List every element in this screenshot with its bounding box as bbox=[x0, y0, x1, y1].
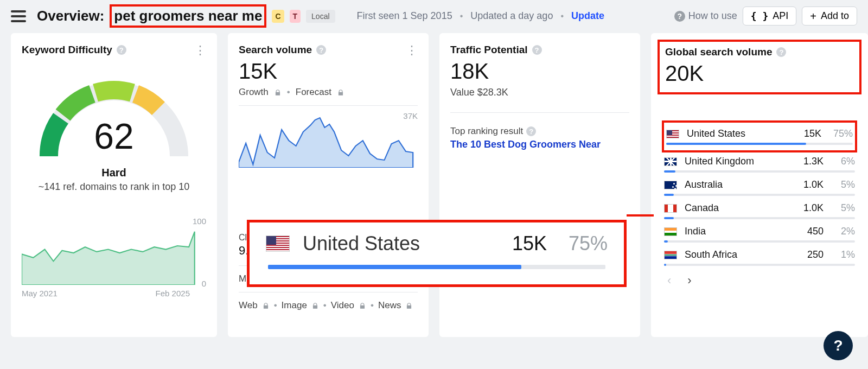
top-country-highlight: United States 15K 75% bbox=[662, 120, 857, 152]
country-row[interactable]: Australia 1.0K 5% bbox=[662, 176, 857, 194]
country-row[interactable]: Canada 1.0K 5% bbox=[662, 199, 857, 217]
chevron-right-icon[interactable]: › bbox=[687, 273, 691, 288]
country-row[interactable]: India 450 2% bbox=[662, 222, 857, 240]
tp-title: Traffic Potential bbox=[450, 44, 528, 56]
gv-value: 20K bbox=[665, 61, 854, 86]
kd-score: 62 bbox=[33, 116, 195, 157]
country-row[interactable]: United Kingdom 1.3K 6% bbox=[662, 152, 857, 170]
kd-title: Keyword Difficulty bbox=[22, 44, 112, 56]
help-icon[interactable]: ? bbox=[532, 45, 542, 55]
lock-icon bbox=[274, 88, 282, 96]
country-callout: United States 15K 75% bbox=[247, 220, 627, 287]
add-to-button[interactable]: + Add to bbox=[802, 7, 857, 26]
country-pager: ‹ › bbox=[662, 273, 857, 288]
header-bar: Overview: pet groomers near me C T Local… bbox=[0, 0, 868, 33]
kd-gauge: 62 bbox=[33, 72, 195, 170]
api-button[interactable]: { } API bbox=[743, 7, 797, 26]
tag-local[interactable]: Local bbox=[306, 10, 335, 23]
how-to-use-link[interactable]: ? How to use bbox=[674, 10, 737, 22]
kd-trend-chart: 100 0 May 2021 Feb 2025 bbox=[22, 220, 206, 285]
update-link[interactable]: Update bbox=[571, 10, 604, 22]
keyword-text: pet groomers near me bbox=[110, 4, 266, 28]
help-icon: ? bbox=[674, 11, 685, 22]
flag-icon bbox=[666, 130, 679, 138]
lock-icon bbox=[337, 88, 344, 96]
tp-value: 18K bbox=[450, 59, 629, 84]
lock-icon bbox=[359, 302, 366, 309]
kebab-icon[interactable]: ⋮ bbox=[406, 47, 418, 53]
lock-icon bbox=[405, 302, 413, 309]
keyword-difficulty-card: Keyword Difficulty ? ⋮ 62 Hard ~141 ref.… bbox=[11, 33, 217, 337]
help-icon[interactable]: ? bbox=[776, 47, 786, 57]
first-seen: First seen 1 Sep 2015 bbox=[357, 10, 452, 22]
country-row[interactable]: United States 15K 75% bbox=[664, 125, 855, 143]
sv-title: Search volume bbox=[239, 44, 312, 56]
flag-icon bbox=[664, 181, 677, 189]
flag-icon bbox=[664, 251, 677, 259]
global-volume-card: Global search volume ? 20K United States… bbox=[651, 33, 868, 337]
top-ranking-link[interactable]: The 10 Best Dog Groomers Near bbox=[450, 139, 629, 150]
lock-icon bbox=[311, 302, 319, 309]
plus-icon: + bbox=[810, 11, 816, 22]
traffic-potential-card: Traffic Potential ? 18K Value $28.3K Top… bbox=[439, 33, 640, 337]
overview-label: Overview: bbox=[37, 8, 104, 24]
sv-value: 15K bbox=[239, 59, 418, 84]
country-row[interactable]: South Africa 250 1% bbox=[662, 246, 857, 264]
callout-connector bbox=[627, 214, 654, 217]
gv-title: Global search volume bbox=[665, 46, 772, 58]
help-fab[interactable]: ? bbox=[824, 331, 853, 360]
tag-t[interactable]: T bbox=[290, 10, 301, 23]
forecast-label: Forecast bbox=[296, 87, 331, 98]
flag-icon bbox=[664, 204, 677, 213]
flag-icon bbox=[664, 227, 677, 236]
updated-text: Updated a day ago bbox=[470, 10, 553, 22]
tag-c[interactable]: C bbox=[272, 10, 284, 23]
help-icon[interactable]: ? bbox=[526, 126, 536, 136]
flag-icon bbox=[266, 236, 290, 252]
kd-subtext: ~141 ref. domains to rank in top 10 bbox=[22, 181, 206, 193]
lock-icon bbox=[262, 302, 270, 309]
help-icon[interactable]: ? bbox=[117, 45, 126, 55]
chevron-left-icon: ‹ bbox=[667, 273, 671, 288]
kebab-icon[interactable]: ⋮ bbox=[194, 47, 206, 53]
braces-icon: { } bbox=[751, 10, 769, 22]
tp-value-line: Value $28.3K bbox=[450, 87, 629, 98]
growth-label: Growth bbox=[239, 87, 269, 98]
menu-icon[interactable] bbox=[11, 10, 26, 22]
help-icon[interactable]: ? bbox=[316, 45, 326, 55]
sv-trend-chart: 37K bbox=[239, 113, 418, 168]
search-volume-card: Search volume ? ⋮ 15K Growth • Forecast … bbox=[228, 33, 429, 337]
flag-icon bbox=[664, 157, 677, 166]
